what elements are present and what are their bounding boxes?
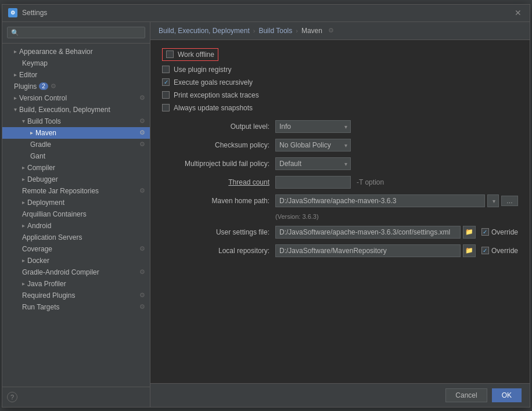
search-input[interactable] (7, 27, 145, 38)
arrow-icon (22, 280, 25, 287)
sidebar: Appearance & Behavior Keymap Editor Plug… (2, 22, 150, 407)
sidebar-item-label: Debugger (27, 175, 58, 183)
user-settings-browse-btn[interactable]: 📁 (463, 226, 476, 239)
output-level-row: Output level: Info Debug Warn Error (162, 120, 518, 133)
sidebar-item-label: Run Targets (22, 303, 59, 311)
sidebar-item-run-targets[interactable]: Run Targets ⚙ (2, 301, 150, 313)
checksum-policy-label: Checksum policy: (162, 141, 269, 149)
sidebar-item-label: Deployment (27, 199, 64, 207)
sidebar-item-label: Maven (35, 129, 56, 137)
bottom-bar: Cancel OK (150, 383, 530, 407)
multiproject-select[interactable]: Default Never Always (275, 157, 351, 170)
maven-home-row: Maven home path: … (162, 194, 518, 207)
ext-icon: ⚙ (139, 117, 145, 125)
sidebar-item-appearance[interactable]: Appearance & Behavior (2, 46, 150, 57)
sidebar-item-keymap[interactable]: Keymap (2, 57, 150, 69)
sidebar-item-label: Appearance & Behavior (19, 48, 93, 56)
plugin-registry-label: Use plugin registry (174, 66, 231, 74)
local-repo-wrap: 📁 (275, 244, 476, 257)
work-offline-checkbox[interactable] (166, 51, 174, 58)
plugin-registry-checkbox[interactable] (162, 66, 170, 73)
maven-home-dropdown[interactable] (487, 194, 499, 207)
ok-button[interactable]: OK (492, 388, 522, 402)
sidebar-item-gradle[interactable]: Gradle ⚙ (2, 139, 150, 150)
breadcrumb: Build, Execution, Deployment › Build Too… (150, 22, 530, 40)
sidebar-item-gant[interactable]: Gant (2, 150, 150, 162)
user-settings-override-wrap: Override (481, 228, 518, 236)
close-button[interactable]: ✕ (512, 8, 524, 17)
execute-goals-checkbox[interactable] (162, 78, 170, 86)
sidebar-item-docker[interactable]: Docker (2, 255, 150, 266)
maven-home-browse-btn[interactable]: … (501, 196, 518, 206)
always-update-label: Always update snapshots (174, 104, 253, 112)
arrow-icon (30, 129, 33, 136)
user-settings-row: User settings file: 📁 Override (162, 226, 518, 239)
user-settings-override-label: Override (491, 228, 518, 236)
local-repo-browse-btn[interactable]: 📁 (463, 244, 476, 257)
sidebar-item-deployment[interactable]: Deployment (2, 197, 150, 208)
arrow-icon (14, 71, 17, 78)
local-repo-override-checkbox[interactable] (481, 247, 489, 254)
arrow-icon (22, 199, 25, 206)
titlebar: ⚙ Settings ✕ (2, 5, 530, 22)
output-level-select-wrap: Info Debug Warn Error (275, 120, 351, 133)
arrow-icon (14, 95, 17, 101)
maven-home-label: Maven home path: (162, 197, 269, 205)
output-level-select[interactable]: Info Debug Warn Error (275, 120, 351, 133)
print-exception-row: Print exception stack traces (162, 91, 518, 99)
maven-version: (Version: 3.6.3) (162, 213, 518, 220)
sidebar-footer: ? (2, 387, 150, 407)
maven-settings-content: Work offline Use plugin registry Execute… (150, 40, 530, 383)
sidebar-item-build-exec[interactable]: Build, Execution, Deployment (2, 104, 150, 116)
sidebar-item-android[interactable]: Android (2, 220, 150, 232)
user-settings-input[interactable] (275, 226, 461, 239)
arrow-icon (14, 48, 17, 55)
sidebar-item-version-control[interactable]: Version Control ⚙ (2, 92, 150, 104)
ext-icon: ⚙ (139, 245, 145, 253)
thread-count-input[interactable] (275, 176, 351, 189)
breadcrumb-icon: ⚙ (328, 27, 334, 34)
sidebar-item-label: Build Tools (27, 117, 61, 125)
sidebar-item-debugger[interactable]: Debugger (2, 174, 150, 185)
sidebar-item-app-servers[interactable]: Application Servers (2, 232, 150, 243)
always-update-checkbox[interactable] (162, 104, 170, 111)
sidebar-item-plugins[interactable]: Plugins 2 ⚙ (2, 81, 150, 92)
sidebar-item-required-plugins[interactable]: Required Plugins ⚙ (2, 290, 150, 301)
breadcrumb-sep-2: › (296, 27, 298, 34)
sidebar-item-java-profiler[interactable]: Java Profiler (2, 278, 150, 290)
sidebar-item-remote-jar[interactable]: Remote Jar Repositories ⚙ (2, 185, 150, 197)
main-content: Appearance & Behavior Keymap Editor Plug… (2, 22, 530, 407)
print-exception-checkbox[interactable] (162, 91, 170, 99)
user-settings-override-checkbox[interactable] (481, 228, 489, 236)
sidebar-item-coverage[interactable]: Coverage ⚙ (2, 243, 150, 255)
maven-home-wrap: … (275, 194, 518, 207)
checksum-policy-row: Checksum policy: No Global Policy Warn F… (162, 139, 518, 152)
sidebar-item-label: Plugins (14, 82, 37, 91)
sidebar-item-label: Docker (27, 257, 49, 265)
sidebar-item-maven[interactable]: Maven ⚙ (2, 127, 150, 139)
sidebar-item-arquillian[interactable]: Arquillian Containers (2, 208, 150, 220)
settings-window: ⚙ Settings ✕ Appearance & Behavior Keyma… (2, 4, 530, 408)
arrow-icon (22, 164, 25, 171)
ext-icon: ⚙ (139, 187, 145, 194)
sidebar-item-gradle-android[interactable]: Gradle-Android Compiler ⚙ (2, 266, 150, 278)
breadcrumb-sep-1: › (253, 27, 256, 34)
help-button[interactable]: ? (7, 392, 17, 402)
cancel-button[interactable]: Cancel (445, 388, 487, 402)
arrow-icon (22, 257, 25, 264)
sidebar-item-compiler[interactable]: Compiler (2, 162, 150, 174)
sidebar-item-editor[interactable]: Editor (2, 69, 150, 81)
maven-home-input[interactable] (275, 194, 485, 207)
local-repo-input[interactable] (275, 244, 461, 257)
window-title: Settings (22, 9, 47, 17)
output-level-label: Output level: (162, 122, 269, 131)
local-repo-override-wrap: Override (481, 247, 518, 255)
checksum-policy-select[interactable]: No Global Policy Warn Fail (275, 139, 351, 152)
execute-goals-row: Execute goals recursively (162, 78, 518, 86)
sidebar-item-label: Version Control (19, 94, 67, 102)
always-update-row: Always update snapshots (162, 104, 518, 112)
sidebar-item-label: Application Servers (22, 233, 82, 241)
multiproject-select-wrap: Default Never Always (275, 157, 351, 170)
main-panel: Build, Execution, Deployment › Build Too… (150, 22, 530, 407)
sidebar-item-build-tools[interactable]: Build Tools ⚙ (2, 116, 150, 127)
